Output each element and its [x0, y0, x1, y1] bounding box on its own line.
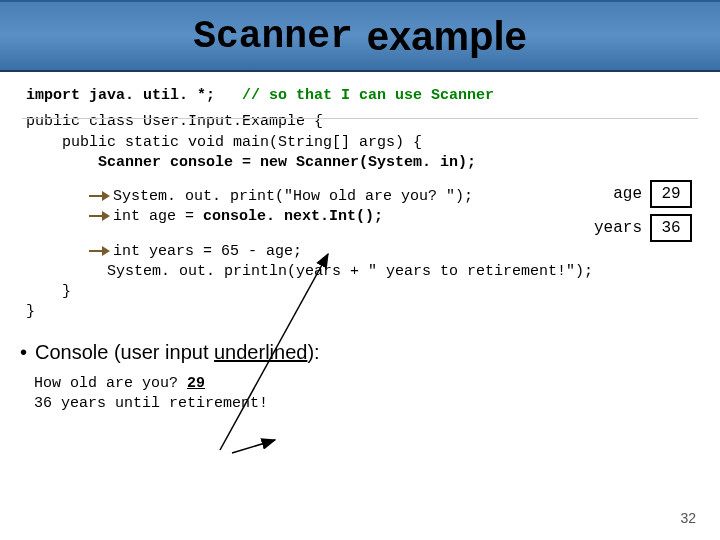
code-l4: Scanner console = new Scanner(System. in…	[98, 154, 476, 171]
console-output: How old are you? 29 36 years until retir…	[34, 374, 720, 415]
code-l9: }	[26, 282, 694, 302]
value-boxes: age 29 years 36	[594, 180, 692, 248]
code-l2: public class User.Input.Example {	[26, 112, 694, 132]
code-l10: }	[26, 302, 694, 322]
code-import: import java. util. *;	[26, 87, 215, 104]
bullet-line: •Console (user input underlined):	[20, 341, 720, 364]
bullet-end: ):	[307, 341, 319, 363]
age-value: 29	[650, 180, 692, 208]
years-label: years	[594, 219, 642, 237]
console-prompt: How old are you?	[34, 375, 187, 392]
title-mono: Scanner	[193, 15, 353, 58]
bullet-icon: •	[20, 341, 27, 363]
years-value: 36	[650, 214, 692, 242]
code-l3: public static void main(String[] args) {	[26, 133, 694, 153]
title-sans: example	[367, 14, 527, 59]
code-l7: int years = 65 - age;	[113, 243, 302, 260]
console-line2: 36 years until retirement!	[34, 395, 268, 412]
arrow-icon	[89, 211, 111, 221]
code-l8: System. out. println(years + " years to …	[107, 263, 593, 280]
title-bar: Scanner example	[0, 0, 720, 72]
code-l5: System. out. print("How old are you? ");	[113, 188, 473, 205]
code-l6a: int age =	[113, 208, 203, 225]
divider	[22, 118, 698, 119]
page-number: 32	[680, 510, 696, 526]
bullet-text: Console (user input	[35, 341, 214, 363]
bullet-underlined: underlined	[214, 341, 307, 363]
code-l6b: console. next.Int();	[203, 208, 383, 225]
code-comment: // so that I can use Scanner	[215, 87, 494, 104]
arrow-icon	[89, 191, 111, 201]
arrow-icon	[89, 246, 111, 256]
console-input: 29	[187, 375, 205, 392]
svg-line-2	[232, 440, 275, 453]
age-label: age	[613, 185, 642, 203]
